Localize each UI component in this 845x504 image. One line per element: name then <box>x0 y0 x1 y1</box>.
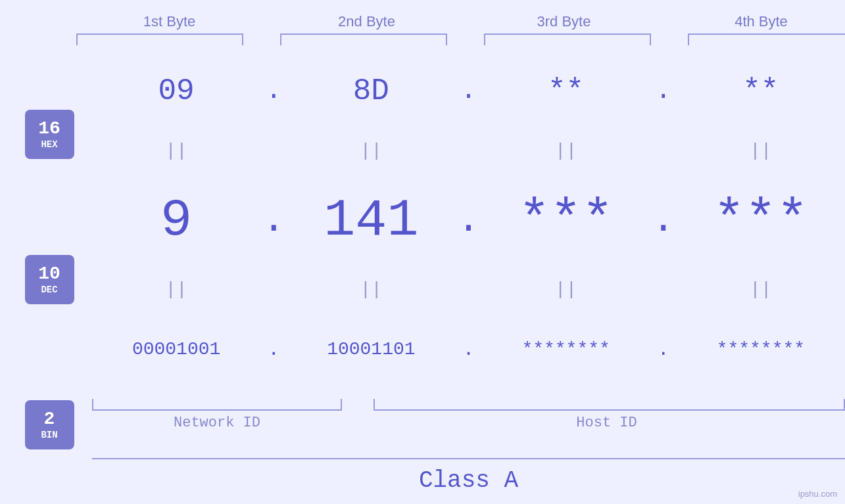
dec-badge-label: DEC <box>41 285 57 295</box>
byte-headers: 1st Byte 2nd Byte 3rd Byte 4th Byte <box>71 13 846 30</box>
dec-byte4: *** <box>677 191 845 250</box>
eq-dec-bin-3: || <box>482 279 650 300</box>
host-id-label: Host ID <box>368 415 845 431</box>
class-row: Class A <box>92 458 845 494</box>
main-container: 1st Byte 2nd Byte 3rd Byte 4th Byte 16 H… <box>0 0 845 504</box>
equals-row-hex-dec: || || || || <box>92 138 845 164</box>
bracket-byte1 <box>76 34 243 45</box>
bin-row: 00001001 . 10001101 . ******** . *******… <box>92 323 845 376</box>
byte3-header: 3rd Byte <box>466 13 663 30</box>
hex-dot1: . <box>260 78 287 104</box>
equals-row-dec-bin: || || || || <box>92 277 845 303</box>
bin-badge-num: 2 <box>44 410 55 428</box>
bin-byte3: ******** <box>482 339 650 359</box>
network-id-label: Network ID <box>92 415 342 431</box>
bottom-section: Network ID Host ID <box>92 399 845 431</box>
bin-byte1: 00001001 <box>92 339 260 359</box>
dec-dot3: . <box>650 198 677 242</box>
dec-dot1: . <box>260 198 287 242</box>
eq-hex-dec-2: || <box>287 141 455 161</box>
byte1-header: 1st Byte <box>71 13 268 30</box>
byte4-header: 4th Byte <box>663 13 846 30</box>
eq-dec-bin-4: || <box>677 279 845 300</box>
hex-byte4: ** <box>677 74 845 108</box>
bin-dot2: . <box>456 338 482 361</box>
bottom-brackets <box>92 399 845 411</box>
dec-badge: 10 DEC <box>25 255 74 304</box>
hex-badge-num: 16 <box>38 120 60 138</box>
bracket-byte2 <box>280 34 447 45</box>
hex-badge: 16 HEX <box>25 110 74 159</box>
bottom-labels: Network ID Host ID <box>92 415 845 431</box>
top-brackets <box>71 34 846 45</box>
bin-dot3: . <box>650 338 677 361</box>
eq-hex-dec-3: || <box>482 141 650 161</box>
dec-dot2: . <box>456 198 482 242</box>
bin-byte4: ******** <box>677 339 845 359</box>
data-columns: 09 . 8D . ** . ** || || || || 9 . <box>92 55 845 504</box>
dec-row: 9 . 141 . *** . *** <box>92 184 845 256</box>
bin-badge-label: BIN <box>41 430 57 440</box>
eq-dec-bin-2: || <box>287 279 455 300</box>
dec-badge-num: 10 <box>38 265 60 283</box>
hex-byte3: ** <box>482 74 650 108</box>
bin-byte2: 10001101 <box>287 339 455 359</box>
bracket-byte3 <box>484 34 651 45</box>
hex-row: 09 . 8D . ** . ** <box>92 65 845 118</box>
hex-badge-label: HEX <box>41 139 57 150</box>
host-bracket <box>374 399 845 411</box>
dec-byte1: 9 <box>92 191 260 250</box>
eq-hex-dec-1: || <box>92 141 260 161</box>
bin-badge: 2 BIN <box>25 400 74 449</box>
hex-byte1: 09 <box>92 74 260 108</box>
hex-byte2: 8D <box>287 74 455 108</box>
bin-dot1: . <box>260 338 287 361</box>
byte2-header: 2nd Byte <box>268 13 466 30</box>
watermark: ipshu.com <box>798 489 837 499</box>
hex-dot2: . <box>456 78 482 104</box>
content-area: 16 HEX 10 DEC 2 BIN 09 . 8D . ** . ** <box>0 55 845 504</box>
eq-hex-dec-4: || <box>677 141 845 161</box>
bracket-byte4 <box>688 34 846 45</box>
eq-dec-bin-1: || <box>92 279 260 300</box>
network-bracket <box>92 399 342 411</box>
dec-byte2: 141 <box>287 191 455 250</box>
dec-byte3: *** <box>482 191 650 250</box>
class-label: Class A <box>419 467 518 494</box>
hex-dot3: . <box>650 78 677 104</box>
badges-column: 16 HEX 10 DEC 2 BIN <box>0 55 92 504</box>
